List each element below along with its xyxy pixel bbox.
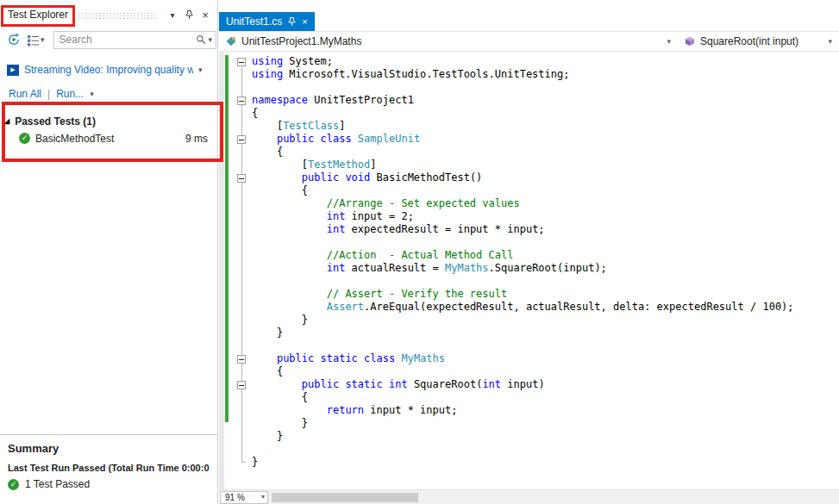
code-line: [219, 443, 839, 456]
fold-margin: [233, 314, 252, 327]
group-expander-icon[interactable]: ◢: [4, 118, 9, 125]
test-explorer-panel: Test Explorer ▾ ×: [0, 0, 218, 504]
fold-margin: [233, 197, 252, 210]
member-dropdown-chevron-icon[interactable]: ▾: [828, 38, 832, 46]
run-menu-chevron-icon[interactable]: ▾: [90, 90, 94, 98]
code-text: using System;: [252, 55, 333, 68]
panel-title: Test Explorer: [8, 9, 68, 21]
code-line: }: [219, 456, 839, 469]
type-dropdown-value: UnitTestProject1.MyMaths: [241, 35, 361, 47]
code-line: }: [219, 430, 839, 443]
pin-icon[interactable]: [182, 8, 196, 22]
fold-collapse-icon[interactable]: [233, 352, 252, 365]
navigation-bar: UnitTestProject1.MyMaths ▾ SquareRoot(in…: [219, 31, 839, 52]
test-duration: 9 ms: [185, 133, 208, 145]
code-text: {: [252, 184, 308, 197]
fold-collapse-icon[interactable]: [233, 378, 252, 391]
fold-margin: [233, 404, 252, 417]
code-line: {: [219, 365, 839, 378]
fold-margin: [233, 223, 252, 236]
test-explorer-titlebar: Test Explorer ▾ ×: [0, 4, 217, 25]
run-menu-link[interactable]: Run...: [56, 88, 84, 100]
type-dropdown-chevron-icon[interactable]: ▾: [667, 38, 671, 46]
editor-bottom-bar: 91 % ▾: [219, 489, 839, 504]
tab-close-icon[interactable]: ×: [302, 17, 307, 27]
horizontal-scrollbar-thumb[interactable]: [272, 493, 418, 502]
fold-collapse-icon[interactable]: [233, 171, 252, 184]
code-text: public class SampleUnit: [252, 133, 420, 146]
zoom-combo[interactable]: 91 % ▾: [220, 491, 268, 504]
zoom-chevron-icon[interactable]: ▾: [261, 494, 265, 501]
close-icon[interactable]: ×: [198, 8, 212, 22]
fold-margin: [233, 417, 252, 430]
code-text: }: [252, 430, 283, 443]
type-dropdown[interactable]: UnitTestProject1.MyMaths ▾: [219, 32, 678, 51]
passed-tests-group-header[interactable]: ◢ Passed Tests (1): [0, 113, 217, 129]
code-line: [219, 236, 839, 249]
fold-margin: [233, 107, 252, 120]
code-line: {: [219, 184, 839, 197]
code-line: public static int SquareRoot(int input): [219, 378, 839, 391]
fold-collapse-icon[interactable]: [233, 94, 252, 107]
fold-margin: [233, 456, 252, 469]
fold-margin: [233, 159, 252, 171]
fold-collapse-icon[interactable]: [233, 55, 252, 68]
member-dropdown[interactable]: SquareRoot(int input) ▾: [678, 32, 839, 51]
code-line: [219, 81, 839, 94]
code-text: }: [252, 314, 308, 327]
code-line: //Arrange - Set expected values: [219, 197, 839, 210]
test-explorer-toolbar: ▾ ▾: [0, 28, 217, 51]
code-editor[interactable]: using System;using Microsoft.VisualStudi…: [219, 52, 839, 489]
group-by-icon: [27, 34, 40, 47]
fold-collapse-icon[interactable]: [233, 133, 252, 146]
run-separator: |: [47, 88, 50, 100]
code-line: }: [219, 314, 839, 327]
code-text: }: [252, 456, 258, 469]
fold-margin: [233, 120, 252, 133]
fold-margin: [233, 262, 252, 275]
code-text: using Microsoft.VisualStudio.TestTools.U…: [252, 68, 569, 81]
run-all-link[interactable]: Run All: [9, 88, 41, 100]
search-input[interactable]: [59, 34, 193, 46]
run-tests-after-build-button[interactable]: [5, 31, 22, 48]
streaming-video-row: ▶ Streaming Video: Improving quality wit…: [0, 62, 217, 78]
tab-pin-icon[interactable]: [288, 17, 296, 27]
code-line: int actualResult = MyMaths.SquareRoot(in…: [219, 262, 839, 275]
drag-handle-dots[interactable]: [78, 11, 156, 19]
code-text: [TestMethod]: [252, 159, 377, 171]
fold-margin: [233, 365, 252, 378]
code-line: {: [219, 391, 839, 404]
run-tests-after-build-icon: [7, 33, 21, 47]
streaming-video-link[interactable]: Streaming Video: Improving quality wit: [24, 64, 193, 76]
code-text: {: [252, 391, 308, 404]
code-line: public class SampleUnit: [219, 133, 839, 146]
code-line: // Assert - Verify the result: [219, 288, 839, 301]
code-text: int actualResult = MyMaths.SquareRoot(in…: [252, 262, 607, 275]
run-commands-row: Run All | Run... ▾: [0, 86, 217, 102]
tab-unittest1[interactable]: UnitTest1.cs ×: [219, 12, 315, 31]
window-position-chevron-icon[interactable]: ▾: [166, 8, 179, 22]
test-name: BasicMethodTest: [35, 133, 114, 145]
tab-title: UnitTest1.cs: [226, 16, 282, 28]
video-chevron-icon[interactable]: ▾: [198, 66, 203, 74]
test-passed-icon: ✓: [19, 133, 30, 144]
code-line: namespace UnitTestProject1: [219, 94, 839, 107]
code-text: //Arrange - Set expected values: [252, 197, 520, 210]
fold-margin: [233, 288, 252, 301]
search-box[interactable]: ▾: [53, 31, 217, 49]
group-by-button[interactable]: ▾: [25, 31, 47, 48]
code-line: public static class MyMaths: [219, 352, 839, 365]
fold-margin: [233, 146, 252, 159]
code-text: return input * input;: [252, 404, 457, 417]
code-line: }: [219, 417, 839, 430]
code-text: //Action - Actual Method Call: [252, 249, 513, 262]
code-text: namespace UnitTestProject1: [252, 94, 414, 107]
search-options-chevron-icon[interactable]: ▾: [209, 36, 213, 44]
horizontal-scrollbar[interactable]: [268, 490, 839, 504]
test-row[interactable]: ✓ BasicMethodTest 9 ms: [0, 129, 217, 147]
fold-margin: [233, 249, 252, 262]
code-text: {: [252, 107, 258, 120]
code-line: {: [219, 146, 839, 159]
code-text: public void BasicMethodTest(): [252, 171, 482, 184]
search-icon[interactable]: [196, 34, 206, 45]
